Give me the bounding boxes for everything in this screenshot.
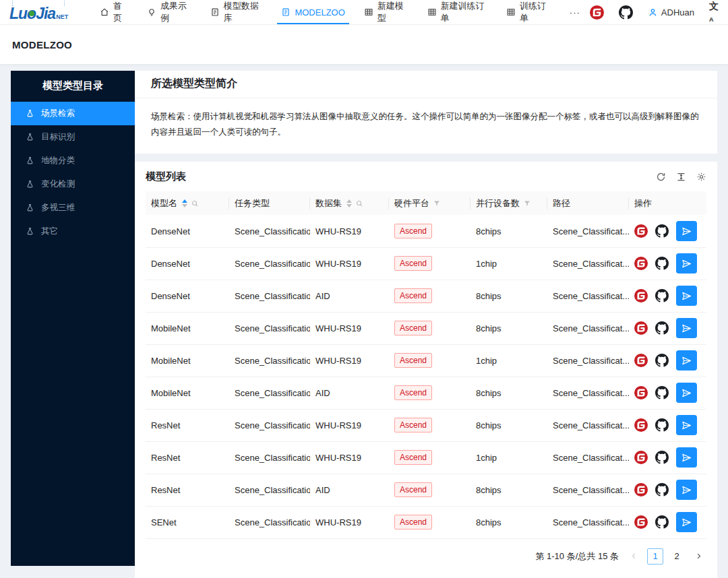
table-row: SENetScene_ClassificationWHU-RS19Ascend8… — [146, 506, 706, 538]
github-link-icon[interactable] — [655, 515, 669, 529]
model-name-cell: DenseNet — [146, 280, 229, 312]
github-link-icon[interactable] — [655, 224, 669, 238]
platform-tag: Ascend — [394, 288, 432, 303]
gitee-link-icon[interactable] — [634, 289, 648, 302]
actions-cell — [629, 441, 706, 474]
send-button[interactable] — [676, 447, 697, 468]
github-link-icon[interactable] — [655, 451, 669, 464]
send-button[interactable] — [676, 253, 697, 274]
send-icon — [681, 452, 692, 463]
model-name-cell: MobileNet — [146, 312, 229, 344]
gitee-link-icon[interactable] — [634, 354, 648, 367]
nav-item-0[interactable]: 首页 — [90, 0, 138, 24]
task-type-cell: Scene_Classification — [229, 441, 310, 474]
sidebar-item-1[interactable]: 目标识别 — [11, 125, 135, 149]
brand-logo[interactable]: LuoJia NET — [8, 0, 90, 24]
gitee-link-icon[interactable] — [634, 515, 648, 529]
gitee-link-icon[interactable] — [634, 451, 648, 464]
gitee-link-icon[interactable] — [634, 321, 648, 335]
user-menu[interactable]: ADHuan — [648, 7, 694, 18]
gitee-link-icon[interactable] — [634, 386, 648, 399]
devices-cell: 1chip — [471, 247, 547, 280]
sidebar-menu: 场景检索目标识别地物分类变化检测多视三维其它 — [11, 102, 135, 243]
sidebar-item-3[interactable]: 变化检测 — [11, 172, 135, 196]
github-link-icon[interactable] — [655, 321, 669, 335]
send-button[interactable] — [676, 318, 697, 338]
sidebar-item-2[interactable]: 地物分类 — [11, 149, 135, 172]
gitee-link-icon[interactable] — [634, 483, 648, 496]
experiment-icon — [26, 133, 34, 141]
nav-item-6[interactable]: 训练订单 — [497, 0, 560, 24]
dataset-cell: AID — [310, 280, 389, 312]
sort-icon[interactable] — [346, 199, 352, 207]
task-type-cell: Scene_Classification — [229, 215, 310, 247]
top-nav-items: 首页成果示例模型数据库MODELZOO新建模型新建训练订单训练订单 — [90, 0, 560, 24]
send-button[interactable] — [676, 415, 697, 435]
column-height-icon[interactable] — [676, 172, 686, 182]
nav-item-5[interactable]: 新建训练订单 — [418, 0, 497, 24]
platform-cell: Ascend — [389, 312, 471, 344]
table-row: MobileNetScene_ClassificationWHU-RS19Asc… — [146, 344, 706, 377]
gitee-icon[interactable] — [590, 5, 604, 20]
path-cell: Scene_Classificat... — [547, 312, 629, 344]
nav-item-3[interactable]: MODELZOO — [272, 0, 354, 24]
table-row: ResNetScene_ClassificationWHU-RS19Ascend… — [146, 441, 706, 474]
nav-item-2[interactable]: 模型数据库 — [201, 0, 272, 24]
sort-icon[interactable] — [182, 199, 187, 207]
gitee-link-icon[interactable] — [634, 257, 648, 270]
sidebar-item-5[interactable]: 其它 — [11, 220, 135, 243]
send-button[interactable] — [676, 383, 697, 403]
send-button[interactable] — [676, 512, 697, 532]
devices-cell: 8chips — [471, 474, 547, 506]
filter-icon[interactable] — [433, 199, 441, 207]
devices-cell: 8chips — [471, 280, 547, 312]
column-header-0: 模型名 — [146, 191, 229, 215]
model-name-cell: SENet — [146, 506, 229, 538]
gitee-link-icon[interactable] — [634, 224, 648, 238]
top-nav-right: ADHuan 文A — [590, 0, 719, 24]
path-cell: Scene_Classificat... — [547, 377, 629, 409]
actions-cell — [629, 377, 706, 409]
column-header-4: 并行设备数 — [471, 191, 547, 215]
home-icon — [100, 7, 109, 17]
model-name-cell: ResNet — [146, 409, 229, 441]
sidebar-item-4[interactable]: 多视三维 — [11, 196, 135, 220]
page-title-bar: MODELZOO — [0, 25, 728, 64]
next-page-button[interactable] — [690, 548, 706, 565]
page-number-1[interactable]: 1 — [647, 548, 663, 565]
page-number-2[interactable]: 2 — [669, 548, 685, 565]
filter-icon[interactable] — [523, 199, 531, 207]
settings-icon[interactable] — [696, 172, 706, 182]
logo-text: LuoJia — [9, 6, 55, 22]
experiment-icon — [26, 109, 34, 118]
search-icon[interactable] — [355, 199, 363, 207]
github-link-icon[interactable] — [655, 386, 669, 399]
column-header-6: 操作 — [629, 191, 706, 215]
devices-cell: 8chips — [471, 506, 547, 538]
nav-item-4[interactable]: 新建模型 — [355, 0, 418, 24]
table-row: ResNetScene_ClassificationAIDAscend8chip… — [146, 474, 706, 506]
prev-page-button[interactable] — [626, 548, 642, 565]
github-link-icon[interactable] — [655, 289, 669, 302]
reload-icon[interactable] — [656, 172, 666, 182]
send-button[interactable] — [676, 350, 697, 371]
send-button[interactable] — [676, 480, 697, 500]
nav-overflow-button[interactable]: ··· — [560, 0, 590, 24]
github-link-icon[interactable] — [655, 483, 669, 496]
github-link-icon[interactable] — [655, 257, 669, 270]
gitee-link-icon[interactable] — [634, 418, 648, 432]
nav-item-label: 成果示例 — [160, 0, 191, 24]
github-link-icon[interactable] — [655, 354, 669, 367]
translate-icon[interactable]: 文A — [709, 1, 719, 24]
send-button[interactable] — [676, 221, 697, 241]
send-button[interactable] — [676, 286, 697, 306]
platform-cell: Ascend — [389, 344, 471, 377]
nav-item-1[interactable]: 成果示例 — [138, 0, 201, 24]
model-name-cell: DenseNet — [146, 247, 229, 280]
github-icon[interactable] — [619, 5, 633, 20]
table-row: DenseNetScene_ClassificationAIDAscend8ch… — [146, 280, 706, 312]
sidebar-item-0[interactable]: 场景检索 — [11, 102, 135, 125]
search-icon[interactable] — [191, 199, 199, 207]
github-link-icon[interactable] — [655, 418, 669, 432]
dataset-cell: WHU-RS19 — [310, 441, 389, 474]
